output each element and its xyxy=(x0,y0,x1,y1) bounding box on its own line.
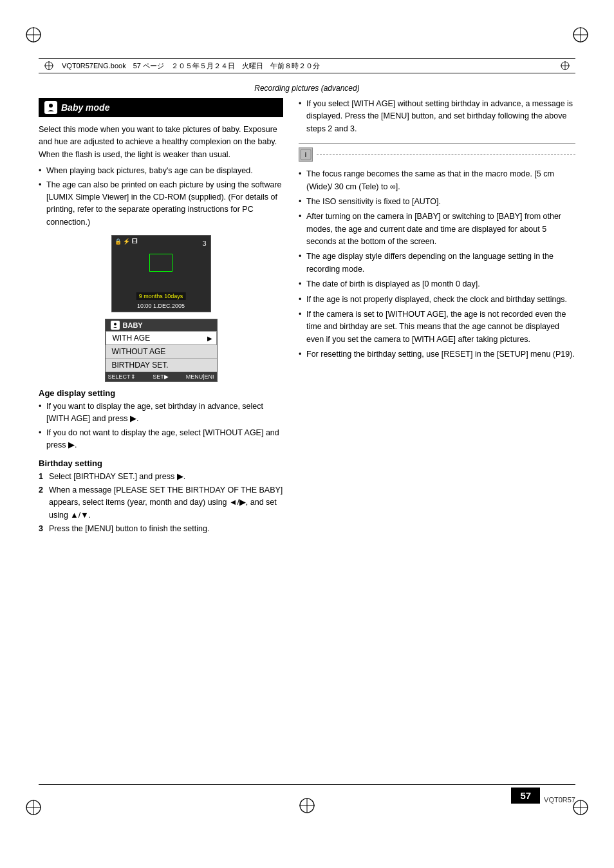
left-bullet-list: When playing back pictures, baby's age c… xyxy=(39,165,283,229)
menu-menu-label: MENU|ENI xyxy=(186,373,214,380)
camera-top-bar: 🔒 ⚡ 🎞 xyxy=(115,238,208,245)
menu-title-bar: BABY xyxy=(106,319,217,331)
list-item: If you want to display the age, set birt… xyxy=(39,401,283,426)
footer: 57 VQT0R57 xyxy=(39,784,575,804)
two-column-layout: Baby mode Select this mode when you want… xyxy=(39,98,575,540)
right-top-bullet: If you select [WITH AGE] without setting… xyxy=(299,98,575,135)
focus-box xyxy=(149,254,172,272)
list-item: 1Select [BIRTHDAY SET.] and press ▶. xyxy=(39,471,283,483)
page-subtitle: Recording pictures (advanced) xyxy=(0,84,614,93)
svg-point-22 xyxy=(114,323,116,326)
menu-baby-icon xyxy=(111,321,120,330)
menu-title-text: BABY xyxy=(123,321,143,329)
section-title-bar: Baby mode xyxy=(39,98,283,117)
page-number: 57 xyxy=(511,788,540,804)
birthday-steps-list: 1Select [BIRTHDAY SET.] and press ▶. 2Wh… xyxy=(39,471,283,536)
page: VQT0R57ENG.book 57 ページ ２０５年５月２４日 火曜日 午前８… xyxy=(0,0,614,868)
baby-menu-box: BABY WITH AGE ▶ WITHOUT AGE BIRTHDAY SET… xyxy=(105,319,218,382)
menu-select-label: SELECT⇕ xyxy=(108,373,136,380)
footer-code: VQT0R57 xyxy=(544,796,575,804)
list-item: When playing back pictures, baby's age c… xyxy=(39,165,283,177)
reg-mark-tl xyxy=(24,26,42,44)
camera-number: 3 xyxy=(202,240,206,247)
svg-point-21 xyxy=(49,104,53,108)
list-item: The focus range becomes the same as that… xyxy=(299,168,575,193)
camera-icons: 🔒 ⚡ 🎞 xyxy=(115,238,138,245)
menu-item-without-age[interactable]: WITHOUT AGE xyxy=(106,345,217,359)
birthday-heading: Birthday setting xyxy=(39,458,283,468)
list-item: 3Press the [MENU] button to finish the s… xyxy=(39,523,283,535)
list-item: If the age is not properly displayed, ch… xyxy=(299,294,575,306)
list-item: The ISO sensitivity is fixed to [AUTO]. xyxy=(299,196,575,208)
list-item: If you do not want to display the age, s… xyxy=(39,427,283,452)
list-item: After turning on the camera in [BABY] or… xyxy=(299,211,575,248)
list-item: If the camera is set to [WITHOUT AGE], t… xyxy=(299,308,575,346)
camera-age-text: 9 months 10days xyxy=(136,292,186,300)
section-title-text: Baby mode xyxy=(61,102,109,113)
menu-item-birthday-set[interactable]: BIRTHDAY SET. xyxy=(106,359,217,372)
list-item: The age can also be printed on each pict… xyxy=(39,179,283,229)
menu-bottom-bar: SELECT⇕ SET▶ MENU|ENI xyxy=(106,372,217,381)
header-text: VQT0R57ENG.book 57 ページ ２０５年５月２４日 火曜日 午前８… xyxy=(62,61,320,71)
camera-screenshot: 🔒 ⚡ 🎞 3 9 months 10days 10:00 1.DEC.2005 xyxy=(111,235,211,312)
camera-date-text: 10:00 1.DEC.2005 xyxy=(137,303,185,309)
menu-set-label: SET▶ xyxy=(153,373,169,380)
menu-item-arrow: ▶ xyxy=(207,335,212,342)
age-display-heading: Age display setting xyxy=(39,388,283,398)
reg-mark-tr xyxy=(572,26,590,44)
baby-mode-icon xyxy=(44,101,57,114)
list-item: If you select [WITH AGE] without setting… xyxy=(299,98,575,135)
header-crosshair-right xyxy=(560,61,570,71)
header-crosshair-left xyxy=(44,61,54,71)
list-item: The age display style differs depending … xyxy=(299,250,575,276)
note-box: i xyxy=(299,143,575,162)
dashed-divider xyxy=(317,154,575,155)
right-column: If you select [WITH AGE] without setting… xyxy=(299,98,575,540)
note-icon: i xyxy=(299,147,313,162)
menu-item-without-age-label: WITHOUT AGE xyxy=(112,347,166,356)
list-item: 2When a message [PLEASE SET THE BIRTHDAY… xyxy=(39,484,283,522)
header-bar: VQT0R57ENG.book 57 ページ ２０５年５月２４日 火曜日 午前８… xyxy=(39,58,575,73)
intro-text: Select this mode when you want to take p… xyxy=(39,124,283,161)
menu-item-with-age-label: WITH AGE xyxy=(113,334,151,343)
list-item: For resetting the birthday setting, use … xyxy=(299,348,575,361)
left-column: Baby mode Select this mode when you want… xyxy=(39,98,283,540)
svg-text:i: i xyxy=(305,151,307,158)
note-bullets-list: The focus range becomes the same as that… xyxy=(299,168,575,361)
menu-item-birthday-set-label: BIRTHDAY SET. xyxy=(112,361,169,370)
age-display-bullets: If you want to display the age, set birt… xyxy=(39,401,283,452)
menu-item-with-age[interactable]: WITH AGE ▶ xyxy=(106,331,217,345)
list-item: The date of birth is displayed as [0 mon… xyxy=(299,278,575,290)
main-content: Baby mode Select this mode when you want… xyxy=(39,98,575,739)
